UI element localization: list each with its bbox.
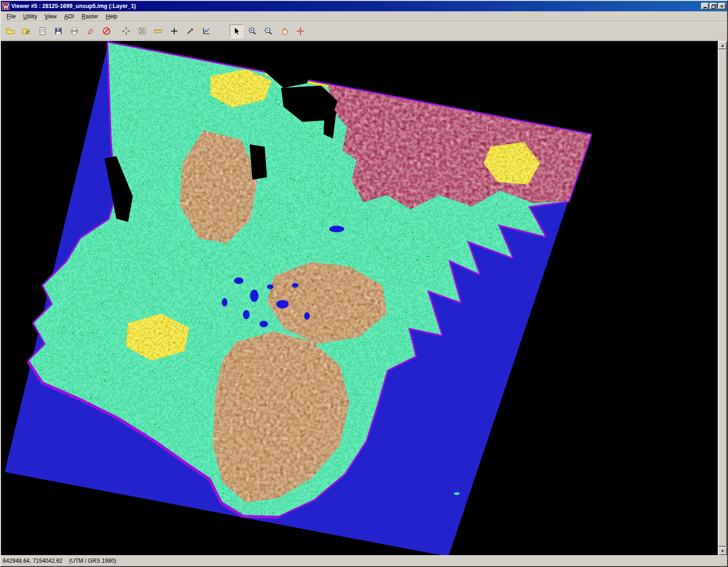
pointer-tool-button[interactable] [230, 24, 243, 38]
open-folder-button[interactable] [4, 24, 17, 38]
menu-file[interactable]: File [3, 12, 19, 21]
inquire-cursor-icon [296, 27, 305, 35]
classified-raster [1, 41, 718, 555]
print-icon [70, 27, 79, 35]
page-info-icon [38, 27, 47, 35]
close-icon: × [720, 3, 723, 9]
open-folder-icon [6, 27, 15, 35]
minimize-icon [704, 7, 707, 8]
restore-button[interactable] [710, 3, 717, 9]
profile-chart-icon [202, 27, 210, 35]
menu-raster[interactable]: Raster [78, 12, 102, 21]
image-canvas[interactable] [1, 41, 718, 555]
app-icon [2, 2, 9, 10]
zoom-out-icon [264, 27, 273, 35]
arrow-tool-button[interactable] [184, 24, 197, 38]
print-button[interactable] [68, 24, 81, 38]
titlebar[interactable]: Viewer #5 : 28125-1699_unsup5.img (:Laye… [1, 1, 727, 11]
profile-chart-button[interactable] [200, 24, 213, 38]
maroon-region [328, 85, 590, 210]
window-title: Viewer #5 : 28125-1699_unsup5.img (:Laye… [11, 3, 701, 9]
open-layer-icon [22, 27, 31, 35]
zoom-in-icon [248, 27, 257, 35]
menu-aoi[interactable]: AOI [61, 12, 78, 21]
zoom-in-button[interactable] [246, 24, 259, 38]
viewer-content: ▲ ▼ [1, 40, 727, 555]
save-icon [54, 27, 63, 35]
crosshair-button[interactable] [168, 24, 181, 38]
disable-editing-button[interactable] [100, 24, 113, 38]
arrow-tool-icon [186, 27, 194, 35]
zoom-extent-button[interactable] [136, 24, 149, 38]
cursor-coordinates: 642948.64, 7154042.62 [3, 558, 63, 564]
inquire-cursor-button[interactable] [294, 24, 307, 38]
pan-hand-button[interactable] [278, 24, 291, 38]
restore-icon [712, 4, 716, 8]
close-button[interactable]: × [718, 3, 726, 9]
projection-info: (UTM / GRS 1980) [69, 558, 116, 564]
measure-button[interactable] [152, 24, 165, 38]
menu-help[interactable]: Help [102, 12, 121, 21]
pointer-icon [232, 27, 241, 35]
erase-icon [86, 27, 95, 35]
viewer-window: Viewer #5 : 28125-1699_unsup5.img (:Laye… [0, 0, 728, 567]
crosshair-icon [170, 27, 178, 35]
scroll-down-button[interactable]: ▼ [718, 547, 727, 555]
minimize-button[interactable] [701, 3, 709, 9]
water-speck [454, 492, 460, 495]
disable-editing-icon [102, 27, 111, 35]
statusbar: 642948.64, 7154042.62 (UTM / GRS 1980) [1, 555, 727, 566]
toolbar [1, 22, 727, 40]
save-button[interactable] [52, 24, 65, 38]
align-cross-button[interactable] [120, 24, 133, 38]
menu-utility[interactable]: Utility [19, 12, 40, 21]
menubar: File Utility View AOI Raster Help [1, 11, 727, 22]
align-cross-icon [122, 27, 130, 35]
vertical-scrollbar[interactable]: ▲ ▼ [718, 41, 727, 555]
scroll-thumb[interactable] [718, 49, 727, 547]
measure-icon [154, 27, 162, 35]
zoom-extent-icon [138, 27, 146, 35]
open-layer-button[interactable] [20, 24, 33, 38]
menu-view[interactable]: View [41, 12, 61, 21]
page-info-button[interactable] [36, 24, 49, 38]
erase-button[interactable] [84, 24, 97, 38]
scroll-up-button[interactable]: ▲ [718, 41, 727, 49]
zoom-out-button[interactable] [262, 24, 275, 38]
pan-hand-icon [280, 27, 289, 35]
